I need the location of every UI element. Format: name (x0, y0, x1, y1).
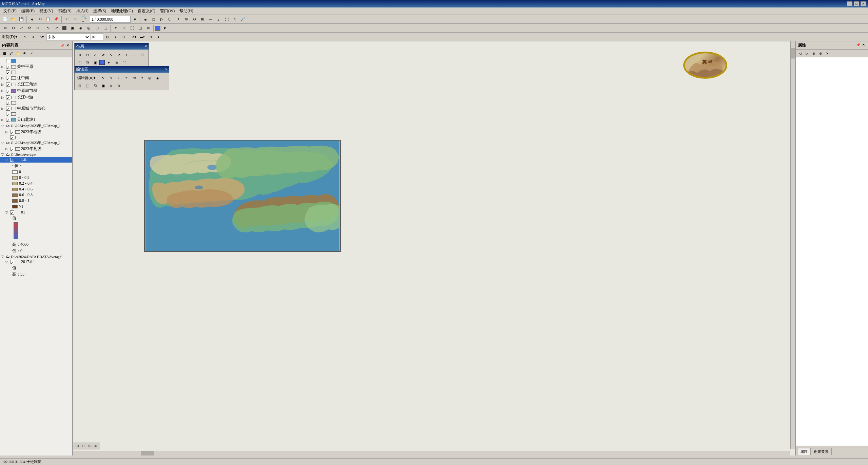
editor-toolbar-close[interactable]: ✕ (165, 68, 167, 71)
tb2-16[interactable]: ⛶ (128, 24, 136, 32)
toc-list-btn[interactable]: ☰ (1, 50, 7, 56)
identify-button[interactable]: ℹ (231, 16, 239, 23)
ed-btn5[interactable]: ⟲ (131, 74, 138, 81)
ed-btn12[interactable]: ▣ (99, 82, 107, 89)
toc-item-zhongyuan[interactable]: ▷ ✓ 中原城市群 (0, 88, 72, 94)
toc-group-da2024[interactable]: ▽ 🗂 D:\A2024\DATA1\DATAAverage\ (0, 254, 72, 259)
nav-prev-btn[interactable]: ◁ (75, 443, 80, 449)
find-button[interactable]: 🔎 (239, 16, 247, 23)
menu-customize[interactable]: 自定义(C) (136, 7, 157, 15)
toc-item-1tif[interactable]: ▽ ✓ 1.tif (0, 157, 72, 163)
scale-dropdown[interactable]: ▼ (131, 16, 139, 23)
toc-blank5[interactable]: ✓ (0, 135, 72, 140)
lt-btn6[interactable]: ↗ (115, 51, 122, 58)
lt-btn12[interactable]: ▣ (92, 59, 99, 66)
toc-source-btn[interactable]: 📁 (15, 50, 21, 56)
toc-item-2023-xian[interactable]: ▷ ✓ 2023年县级 (0, 146, 72, 152)
close-button[interactable]: ✕ (861, 1, 866, 6)
ed-btn13[interactable]: ⊕ (107, 82, 115, 89)
ed-btn4[interactable]: ⌖ (123, 74, 130, 81)
lt-btn8[interactable]: ↔ (131, 51, 138, 58)
tb2-5[interactable]: ⊕ (34, 24, 41, 32)
toc-item-changjiang-mid[interactable]: ▷ ✓ 长江中游 (0, 94, 72, 100)
toc-item-zhongyuan-core[interactable]: ▷ ✓ 中原城市群核心 (0, 105, 72, 112)
layout-toolbar-close[interactable]: ✕ (144, 44, 147, 48)
italic-button[interactable]: I (112, 33, 119, 41)
color-dropdown1[interactable]: ▼ (161, 24, 169, 32)
tool5[interactable]: ✦ (174, 16, 182, 23)
toc-blank2[interactable]: ✓ (0, 70, 72, 75)
tool8[interactable]: ⊞ (199, 16, 206, 23)
ed-btn1[interactable]: ↖ (99, 74, 107, 81)
ed-btn9[interactable]: ⊡ (76, 82, 83, 89)
prop-pin-btn[interactable]: 📌 (856, 42, 861, 47)
toc-group-gben[interactable]: ▽ 🗂 G:\Ben\Average\ (0, 152, 72, 157)
nav-next-btn[interactable]: ▷ (87, 443, 92, 449)
line-color-btn[interactable]: ━▾ (147, 33, 154, 41)
toc-visible-btn[interactable]: 👁 (22, 50, 28, 56)
tb2-11[interactable]: ◎ (85, 24, 93, 32)
new-button[interactable]: 📄 (1, 16, 9, 23)
toc-item-changjiang-delta[interactable]: ▷ ✓ 长江三角洲 (0, 81, 72, 88)
lt-btn7[interactable]: ↕ (123, 51, 130, 58)
tb2-12[interactable]: ⊡ (93, 24, 101, 32)
paste-button[interactable]: 📌 (53, 16, 60, 23)
lt-btn1[interactable]: ⊕ (76, 51, 83, 58)
toc-pin-button[interactable]: 📌 (60, 43, 65, 48)
toc-item-guanzhong[interactable]: ▷ ✓ 关中平原 (0, 63, 72, 70)
menu-file[interactable]: 文件(F) (1, 7, 19, 15)
tab-properties[interactable]: 属性 (797, 448, 811, 455)
open-button[interactable]: 📂 (9, 16, 17, 23)
prop-tb-btn4[interactable]: ⊖ (817, 50, 824, 56)
map-area[interactable]: 布局 ✕ ⊕ ⊖ ⤢ ⟳ ↖ ↗ ↕ ↔ ⊡ ⬚ ⧉ ▣ ▼ ⊕ (73, 41, 795, 455)
tb2-17[interactable]: ◫ (136, 24, 144, 32)
line-width-btn[interactable]: ▾ (155, 33, 162, 41)
lt-btn13[interactable]: ⊕ (113, 59, 120, 66)
toc-item-2023-di[interactable]: ▷ ✓ 2023年地级 (0, 129, 72, 135)
toc-blank-item[interactable] (0, 59, 72, 63)
undo-button[interactable]: ↩ (63, 16, 71, 23)
font-select[interactable]: 宋体 Arial (46, 34, 90, 40)
toc-sel-btn[interactable]: ✓ (28, 50, 35, 56)
tb2-13[interactable]: ⬚ (101, 24, 109, 32)
editor-label[interactable]: 编辑器(R)▾ (76, 75, 97, 80)
toc-group-g2024-2[interactable]: ▽ 🗂 G:\2024\shp\2023年_CTAmap_1 (0, 140, 72, 146)
tool3[interactable]: ▷ (158, 16, 165, 23)
fill-color-btn[interactable]: ▬▾ (139, 33, 146, 41)
toc-item-liaozhongnan[interactable]: ▷ ✓ 辽中南 (0, 75, 72, 81)
tb2-2[interactable]: ⊖ (9, 24, 17, 32)
print-button[interactable]: 🖨 (28, 16, 36, 23)
save-button[interactable]: 💾 (18, 16, 25, 23)
tb2-7[interactable]: ↗ (53, 24, 60, 32)
lt-btn5[interactable]: ↖ (107, 51, 115, 58)
toc-item-2017tif[interactable]: ▽ ✓ 2017.tif (0, 259, 72, 265)
draw-font[interactable]: A▾ (38, 33, 45, 41)
prop-tb-btn1[interactable]: ◁ (797, 50, 803, 56)
scrollbar-thumb-h[interactable] (141, 451, 154, 455)
ed-btn11[interactable]: ⧉ (92, 82, 99, 89)
nav-map-btn[interactable]: ⊕ (93, 443, 98, 449)
ed-btn8[interactable]: ◈ (154, 74, 161, 81)
menu-help[interactable]: 帮助(H) (177, 7, 195, 15)
map-canvas[interactable] (144, 140, 341, 252)
underline-button[interactable]: U (120, 33, 127, 41)
tool11[interactable]: ⛶ (223, 16, 231, 23)
tool6[interactable]: ⊕ (182, 16, 190, 23)
maximize-button[interactable]: □ (854, 1, 859, 6)
font-size-input[interactable]: 10 (91, 34, 103, 40)
zoom-in-button[interactable]: 🔍+ (82, 16, 89, 23)
toc-blank4[interactable]: ✓ (0, 112, 72, 116)
tb2-1[interactable]: ⊕ (1, 24, 9, 32)
toc-group-g2024-1[interactable]: ▽ 🗂 G:\2024\shp\2023年_CTAmap_1 (0, 123, 72, 129)
tab-create-feature[interactable]: 创建要素 (811, 448, 832, 455)
tool10[interactable]: ↕ (215, 16, 222, 23)
tb2-8[interactable]: ⬛ (61, 24, 68, 32)
lt-btn11[interactable]: ⧉ (84, 59, 91, 66)
tb2-18[interactable]: ⧉ (144, 24, 152, 32)
ed-btn14[interactable]: ⊖ (115, 82, 122, 89)
lt-color-box[interactable] (99, 60, 105, 65)
ed-btn10[interactable]: ⬚ (84, 82, 91, 89)
tool2[interactable]: □ (150, 16, 157, 23)
prop-tb-btn5[interactable]: ✕ (824, 50, 830, 56)
tb2-6[interactable]: ↖ (44, 24, 52, 32)
